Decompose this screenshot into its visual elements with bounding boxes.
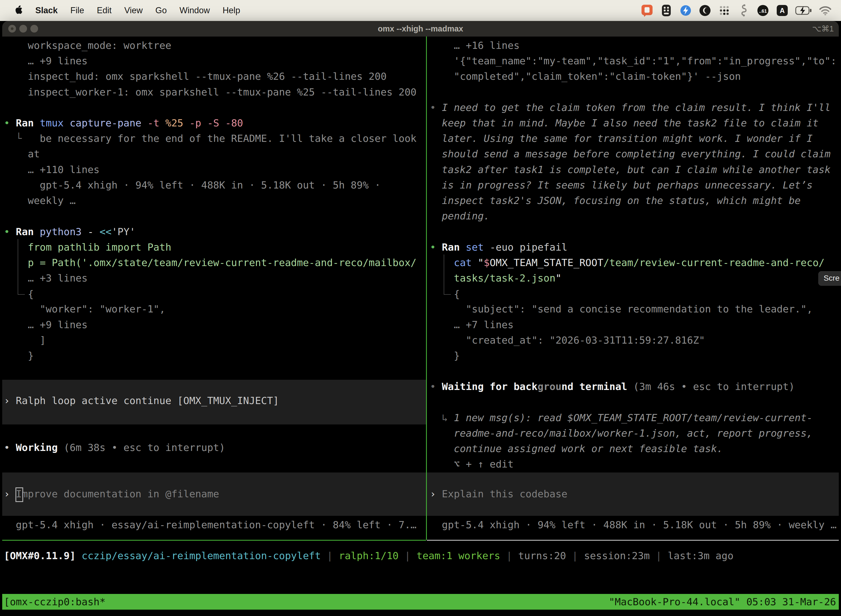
text-segment: inspect task2's JSON, focusing on the st… [442, 195, 800, 206]
text-segment: << [100, 226, 111, 238]
terminal-line: ↳ 1 new msg(s): read $OMX_TEAM_STATE_ROO… [442, 410, 813, 425]
text-segment: 'PY' [111, 226, 135, 238]
terminal-line: ] [40, 333, 46, 348]
terminal-line: readme-and-reco/mailbox/worker-1.json, a… [454, 425, 813, 441]
text-segment: } [28, 350, 34, 361]
text-segment: I need to get the claim token from the c… [442, 102, 831, 113]
terminal-line: { [28, 286, 34, 302]
text-segment: Ran [16, 226, 40, 238]
text-segment: later. Using the same for transition mig… [442, 133, 813, 144]
text-segment: readme-and-reco/mailbox/worker-1.json, a… [454, 427, 813, 439]
terminal-line: } [28, 348, 34, 364]
omx-status-line: [OMX#0.11.9] cczip/essay/ai-reimplementa… [4, 548, 733, 563]
terminal-line: task2 after task1 is complete, but can I… [442, 162, 831, 177]
text-segment: is in progress? It seems likely but perh… [442, 179, 813, 191]
terminal-line: cat "$OMX_TEAM_STATE_ROOT/team/review-cu… [454, 255, 825, 270]
terminal-line: from pathlib import Path [28, 239, 171, 255]
terminal-line: pending. [442, 208, 489, 224]
text-segment: keep that in mind. Maybe I also need the… [442, 117, 818, 129]
terminal-line: • Ran set -euo pipefail [430, 239, 568, 255]
terminal-line: { [454, 286, 460, 302]
text-segment: | [500, 550, 518, 561]
terminal-line: p = Path('.omx/state/team/review-current… [28, 255, 417, 270]
screen-tooltip: Scre [818, 271, 841, 286]
text-segment: ] [40, 334, 46, 346]
text-segment: inspect_hud: omx sparkshell --tmux-pane … [28, 70, 387, 82]
text-segment: from pathlib import Path [28, 242, 171, 253]
tmux-horizontal-border[interactable] [427, 540, 839, 541]
text-segment: grou [538, 381, 561, 392]
terminal-line: • Ran tmux capture-pane -t %25 -p -S -80 [4, 115, 243, 131]
text-segment: … +110 lines [28, 164, 100, 175]
terminal-line: workspace_mode: worktree [28, 38, 171, 53]
text-segment: %25 [165, 117, 189, 129]
text-segment: gpt-5.4 xhigh · essay/ai-reimplementatio… [16, 519, 416, 531]
terminal-line: tasks/task-2.json" [454, 270, 561, 286]
text-segment: capture-pane [70, 117, 147, 129]
text-segment: inspect_worker-1: omx sparkshell --tmux-… [28, 87, 417, 98]
text-segment: … +16 lines [454, 40, 520, 51]
text-segment: Working [16, 442, 63, 453]
terminal-line: • Ran python3 - <<'PY' [4, 224, 135, 239]
text-segment: • [430, 381, 442, 392]
terminal-line: … +3 lines [28, 270, 88, 286]
terminal-line: inspect_hud: omx sparkshell --tmux-pane … [28, 69, 387, 84]
terminal-line: • I need to get the claim token from the… [430, 100, 831, 115]
output-connector [444, 294, 451, 295]
terminal-line: • Waiting for background terminal (3m 46… [430, 379, 795, 395]
text-segment: p = Path('.omx/state/team/review-current… [28, 257, 417, 268]
text-segment: ⌥ + ↑ edit [454, 458, 514, 470]
text-segment: Improve documentation in @filename [16, 488, 219, 500]
terminal-line: is in progress? It seems likely but perh… [442, 177, 813, 193]
text-segment: • [430, 102, 442, 113]
text-segment: team:1 workers [417, 550, 500, 561]
text-segment: tasks/task-2.json [454, 273, 555, 284]
text-segment: workspace_mode: worktree [28, 40, 171, 51]
text-segment: • [4, 442, 16, 453]
tmux-session-label[interactable]: [omx-cczip0:bash* [4, 594, 105, 610]
text-segment: { [28, 288, 34, 300]
terminal-line: "worker": "worker-1", [40, 301, 165, 317]
text-segment: Ran [442, 242, 466, 253]
tmux-host-clock: "MacBook-Pro-44.local" 05:03 31-Mar-26 [609, 594, 836, 610]
text-segment: └ [16, 133, 40, 144]
text-segment: … +3 lines [28, 273, 88, 284]
screen-tooltip-label: Scre [823, 274, 840, 282]
text-segment: session:23m [584, 550, 649, 561]
text-segment: /team/review-current-readme-and-reco/ [604, 257, 825, 268]
text-segment: • [430, 242, 442, 253]
text-segment: set [466, 242, 490, 253]
terminal-content: workspace_mode: worktree… +9 linesinspec… [0, 0, 841, 616]
text-segment: -euo pipefail [490, 242, 568, 253]
text-segment: … +7 lines [454, 319, 514, 330]
terminal-line: … +7 lines [454, 317, 514, 333]
text-segment: should send a message before completing … [442, 148, 831, 160]
text-segment: weekly … [28, 195, 76, 206]
text-segment: "worker": "worker-1", [40, 303, 165, 315]
prompt-placeholder-left: › Improve documentation in @filename [4, 486, 219, 502]
text-segment: pending. [442, 210, 489, 221]
terminal-line: at [28, 146, 40, 162]
terminal-line: later. Using the same for transition mig… [442, 131, 813, 146]
text-segment: 1 new msg(s): read $OMX_TEAM_STATE_ROOT/… [454, 412, 813, 423]
text-segment: › [4, 395, 16, 406]
text-segment: › [430, 488, 442, 500]
output-connector [18, 294, 25, 295]
terminal-line: } [454, 348, 460, 364]
terminal-line: "created_at": "2026-03-31T11:59:27.816Z" [466, 333, 705, 348]
text-segment: › [4, 488, 16, 500]
terminal-line: continue assigned work or next feasible … [454, 441, 723, 456]
terminal-line: '{"team_name":"my-team","task_id":"1","f… [454, 53, 837, 69]
text-segment: | [566, 550, 584, 561]
tmux-vertical-border[interactable] [426, 37, 427, 540]
output-connector [444, 254, 444, 294]
text-segment: "subject": "send a concise recommendatio… [466, 303, 813, 315]
text-segment: tmux [40, 117, 70, 129]
ralph-notice-text: › Ralph loop active continue [OMX_TMUX_I… [4, 393, 279, 408]
terminal-line: should send a message before completing … [442, 146, 831, 162]
terminal-line: inspect task2's JSON, focusing on the st… [442, 193, 800, 208]
model-status-left: gpt-5.4 xhigh · essay/ai-reimplementatio… [16, 517, 416, 532]
terminal-line: "subject": "send a concise recommendatio… [466, 301, 813, 317]
terminal-line: inspect_worker-1: omx sparkshell --tmux-… [28, 84, 417, 100]
tmux-horizontal-border-active[interactable] [2, 540, 426, 541]
